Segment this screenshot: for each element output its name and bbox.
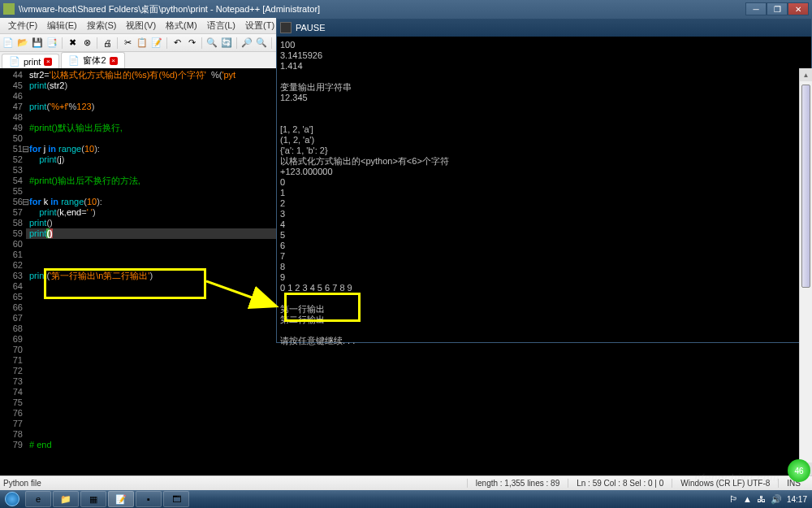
save-all-icon[interactable]: 📑: [45, 37, 58, 50]
console-line: 12.345: [280, 93, 808, 103]
console-line: 9: [280, 272, 808, 283]
menu-item[interactable]: 语言(L): [202, 20, 240, 32]
window-controls: ─ ❐ ✕: [745, 2, 809, 15]
menu-item[interactable]: 文件(F): [3, 20, 42, 32]
console-icon: [280, 22, 292, 33]
status-length: length : 1,355 lines : 89: [467, 479, 568, 488]
paste-icon[interactable]: 📝: [150, 37, 163, 50]
menu-item[interactable]: 视图(V): [121, 20, 161, 32]
code-line[interactable]: [26, 429, 812, 440]
code-line[interactable]: [26, 397, 812, 408]
taskbar-notepadpp[interactable]: 📝: [108, 491, 134, 507]
tab-close-icon[interactable]: ×: [44, 58, 52, 66]
save-icon[interactable]: 💾: [31, 37, 44, 50]
code-line[interactable]: # end: [26, 440, 812, 450]
new-file-icon[interactable]: 📄: [2, 37, 15, 50]
taskbar-explorer[interactable]: 📁: [53, 491, 79, 507]
console-line: [280, 72, 808, 82]
redo-icon[interactable]: ↷: [185, 37, 198, 50]
console-line: +123.000000: [280, 167, 808, 177]
code-line[interactable]: [26, 387, 812, 397]
taskbar-app1[interactable]: ▦: [80, 491, 106, 507]
tab-close-icon[interactable]: ×: [110, 57, 118, 65]
console-line: 0 1 2 3 4 5 6 7 8 9: [280, 283, 808, 293]
console-line: 7: [280, 251, 808, 262]
console-line: 1.414: [280, 61, 808, 72]
console-line: (1, 2, 'a'): [280, 135, 808, 145]
copy-icon[interactable]: 📋: [136, 37, 149, 50]
console-line: 第二行输出: [280, 315, 808, 325]
tray-flag-icon[interactable]: 🏳: [729, 494, 738, 504]
console-line: 3.1415926: [280, 50, 808, 61]
menu-item[interactable]: 格式(M): [161, 20, 202, 32]
console-line: 2: [280, 198, 808, 209]
taskbar: e 📁 ▦ 📝 ▪ 🗔 🏳 ▲ 🖧 🔊 14:17: [0, 490, 812, 508]
open-file-icon[interactable]: 📂: [16, 37, 29, 50]
print-icon[interactable]: 🖨: [101, 37, 114, 50]
taskbar-cmd[interactable]: ▪: [136, 491, 162, 507]
app-icon: [3, 3, 15, 15]
tab-label: print: [24, 57, 41, 67]
console-line: [280, 325, 808, 336]
code-line[interactable]: [26, 355, 812, 366]
console-window: PAUSE 1003.14159261.414变量输出用字符串12.345[1,…: [276, 18, 812, 343]
console-line: {'a': 1, 'b': 2}: [280, 145, 808, 156]
find-icon[interactable]: 🔍: [205, 37, 218, 50]
start-button[interactable]: [0, 490, 24, 508]
console-line: 5: [280, 230, 808, 241]
console-line: [280, 114, 808, 124]
code-line[interactable]: [26, 419, 812, 429]
console-line: 请按任意键继续. . .: [280, 336, 808, 346]
status-bar: Python file length : 1,355 lines : 89 Ln…: [0, 475, 812, 490]
watermark: jifengchiyu.com: [694, 471, 780, 484]
console-line: 8: [280, 262, 808, 272]
cut-icon[interactable]: ✂: [121, 37, 134, 50]
code-line[interactable]: [26, 408, 812, 419]
tray-clock[interactable]: 14:17: [787, 495, 807, 504]
status-filetype: Python file: [3, 479, 467, 488]
close-file-icon[interactable]: ✖: [66, 37, 79, 50]
console-line: 第一行输出: [280, 304, 808, 315]
console-line: 4: [280, 219, 808, 230]
menu-item[interactable]: 设置(T): [240, 20, 279, 32]
console-titlebar[interactable]: PAUSE: [277, 19, 811, 37]
tray-volume-icon[interactable]: 🔊: [771, 494, 782, 505]
minimize-button[interactable]: ─: [745, 2, 767, 15]
window-title: \\vmware-host\Shared Folders\桌面\python\p…: [19, 3, 745, 15]
status-position: Ln : 59 Col : 8 Sel : 0 | 0: [568, 479, 672, 488]
menu-item[interactable]: 搜索(S): [82, 20, 122, 32]
taskbar-ie[interactable]: e: [25, 491, 51, 507]
console-title-text: PAUSE: [296, 23, 325, 33]
console-line: 变量输出用字符串: [280, 82, 808, 93]
zoom-in-icon[interactable]: 🔎: [240, 37, 253, 50]
close-all-icon[interactable]: ⊗: [80, 37, 93, 50]
assist-badge[interactable]: 46: [788, 459, 810, 482]
maximize-button[interactable]: ❐: [767, 2, 788, 15]
console-line: [280, 293, 808, 304]
menu-item[interactable]: 编辑(E): [42, 20, 82, 32]
undo-icon[interactable]: ↶: [171, 37, 184, 50]
close-button[interactable]: ✕: [788, 2, 809, 15]
console-line: 以格式化方式输出的<python>有<6>个字符: [280, 156, 808, 167]
line-gutter: 4445464748495051525354555657585960616263…: [0, 68, 26, 475]
taskbar-app2[interactable]: 🗔: [163, 491, 189, 507]
editor-tab[interactable]: 📄窗体2×: [61, 52, 124, 68]
scroll-up-button[interactable]: ▲: [800, 68, 812, 81]
code-line[interactable]: [26, 366, 812, 376]
console-line: 0: [280, 177, 808, 188]
console-line: 3: [280, 209, 808, 219]
console-line: [1, 2, 'a']: [280, 124, 808, 135]
code-line[interactable]: [26, 376, 812, 387]
tray-notify-icon[interactable]: ▲: [743, 494, 752, 504]
system-tray[interactable]: 🏳 ▲ 🖧 🔊 14:17: [729, 494, 812, 505]
vertical-scrollbar[interactable]: ▲ ▼: [799, 68, 812, 475]
zoom-out-icon[interactable]: 🔍: [255, 37, 268, 50]
console-output: 1003.14159261.414变量输出用字符串12.345[1, 2, 'a…: [277, 37, 811, 350]
replace-icon[interactable]: 🔄: [220, 37, 233, 50]
console-line: 1: [280, 188, 808, 198]
tab-label: 窗体2: [83, 54, 106, 67]
scroll-thumb[interactable]: [801, 85, 810, 288]
editor-tab[interactable]: 📄print×: [2, 54, 59, 68]
console-line: 100: [280, 40, 808, 50]
tray-network-icon[interactable]: 🖧: [757, 494, 766, 504]
